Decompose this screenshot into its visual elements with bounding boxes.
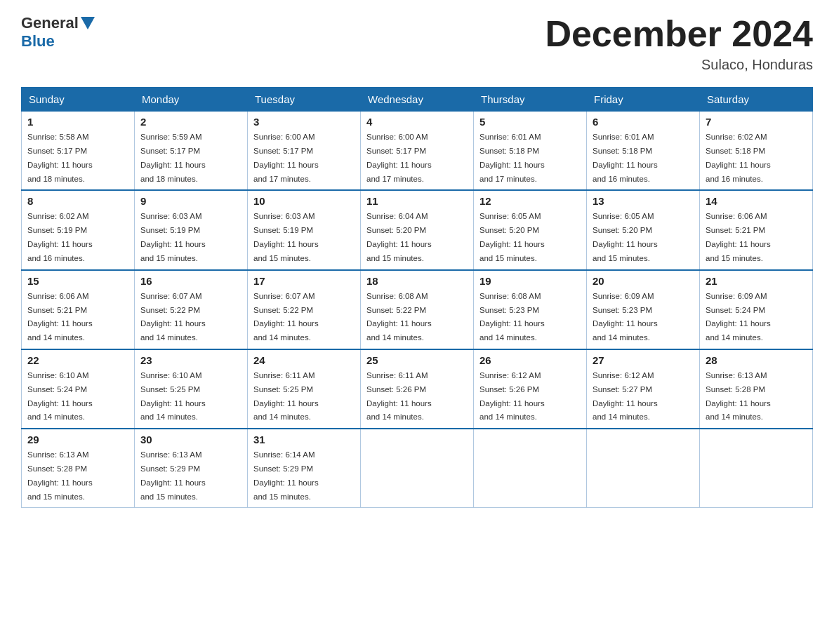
calendar-cell: 2 Sunrise: 5:59 AMSunset: 5:17 PMDayligh… <box>135 112 248 191</box>
day-info: Sunrise: 6:09 AMSunset: 5:23 PMDaylight:… <box>593 292 658 342</box>
calendar-cell: 21 Sunrise: 6:09 AMSunset: 5:24 PMDaylig… <box>700 270 813 349</box>
calendar-cell: 7 Sunrise: 6:02 AMSunset: 5:18 PMDayligh… <box>700 112 813 191</box>
day-info: Sunrise: 5:59 AMSunset: 5:17 PMDaylight:… <box>140 133 206 182</box>
calendar-week-row: 1 Sunrise: 5:58 AMSunset: 5:17 PMDayligh… <box>22 112 813 191</box>
day-number: 3 <box>253 116 355 128</box>
calendar-cell: 13 Sunrise: 6:05 AMSunset: 5:20 PMDaylig… <box>587 190 700 269</box>
day-info: Sunrise: 6:13 AMSunset: 5:28 PMDaylight:… <box>27 450 93 500</box>
logo: General Blue <box>21 14 97 51</box>
calendar-cell: 22 Sunrise: 6:10 AMSunset: 5:24 PMDaylig… <box>22 349 135 429</box>
calendar-week-row: 8 Sunrise: 6:02 AMSunset: 5:19 PMDayligh… <box>22 190 813 269</box>
calendar-cell: 9 Sunrise: 6:03 AMSunset: 5:19 PMDayligh… <box>135 190 248 269</box>
calendar-cell: 25 Sunrise: 6:11 AMSunset: 5:26 PMDaylig… <box>361 349 474 429</box>
calendar-cell: 10 Sunrise: 6:03 AMSunset: 5:19 PMDaylig… <box>248 190 361 269</box>
day-info: Sunrise: 6:12 AMSunset: 5:26 PMDaylight:… <box>479 371 545 421</box>
day-info: Sunrise: 6:04 AMSunset: 5:20 PMDaylight:… <box>366 212 432 262</box>
day-number: 31 <box>253 434 355 445</box>
column-header-monday: Monday <box>135 88 248 112</box>
day-number: 16 <box>140 275 241 287</box>
day-number: 15 <box>27 275 128 287</box>
calendar-cell: 8 Sunrise: 6:02 AMSunset: 5:19 PMDayligh… <box>22 190 135 269</box>
day-info: Sunrise: 6:14 AMSunset: 5:29 PMDaylight:… <box>253 450 319 500</box>
page-header: General Blue December 2024 Sulaco, Hondu… <box>21 14 813 73</box>
day-number: 22 <box>27 354 128 366</box>
logo-blue-text: Blue <box>21 32 55 51</box>
day-info: Sunrise: 5:58 AMSunset: 5:17 PMDaylight:… <box>27 133 93 182</box>
day-info: Sunrise: 6:03 AMSunset: 5:19 PMDaylight:… <box>140 212 206 262</box>
calendar-cell: 14 Sunrise: 6:06 AMSunset: 5:21 PMDaylig… <box>700 190 813 269</box>
month-title: December 2024 <box>545 14 813 54</box>
day-number: 11 <box>366 195 468 207</box>
day-info: Sunrise: 6:01 AMSunset: 5:18 PMDaylight:… <box>593 133 658 182</box>
day-number: 14 <box>706 195 807 207</box>
column-header-sunday: Sunday <box>22 88 135 112</box>
day-number: 6 <box>593 116 694 128</box>
day-number: 24 <box>253 354 355 366</box>
calendar-cell: 26 Sunrise: 6:12 AMSunset: 5:26 PMDaylig… <box>474 349 587 429</box>
day-number: 21 <box>706 275 807 287</box>
day-number: 19 <box>479 275 581 287</box>
day-number: 29 <box>27 434 128 445</box>
calendar-cell: 1 Sunrise: 5:58 AMSunset: 5:17 PMDayligh… <box>22 112 135 191</box>
day-number: 10 <box>253 195 355 207</box>
day-info: Sunrise: 6:13 AMSunset: 5:28 PMDaylight:… <box>706 371 771 421</box>
calendar-table: SundayMondayTuesdayWednesdayThursdayFrid… <box>21 87 813 508</box>
day-info: Sunrise: 6:05 AMSunset: 5:20 PMDaylight:… <box>479 212 545 262</box>
day-number: 13 <box>593 195 694 207</box>
calendar-cell: 3 Sunrise: 6:00 AMSunset: 5:17 PMDayligh… <box>248 112 361 191</box>
calendar-week-row: 22 Sunrise: 6:10 AMSunset: 5:24 PMDaylig… <box>22 349 813 429</box>
day-info: Sunrise: 6:07 AMSunset: 5:22 PMDaylight:… <box>253 292 319 342</box>
day-number: 4 <box>366 116 468 128</box>
calendar-header-row: SundayMondayTuesdayWednesdayThursdayFrid… <box>22 88 813 112</box>
day-info: Sunrise: 6:02 AMSunset: 5:18 PMDaylight:… <box>706 133 771 182</box>
day-number: 9 <box>140 195 241 207</box>
column-header-tuesday: Tuesday <box>248 88 361 112</box>
title-block: December 2024 Sulaco, Honduras <box>545 14 813 73</box>
calendar-cell: 28 Sunrise: 6:13 AMSunset: 5:28 PMDaylig… <box>700 349 813 429</box>
calendar-cell: 24 Sunrise: 6:11 AMSunset: 5:25 PMDaylig… <box>248 349 361 429</box>
calendar-cell <box>474 429 587 508</box>
day-number: 27 <box>593 354 694 366</box>
calendar-cell <box>587 429 700 508</box>
day-info: Sunrise: 6:08 AMSunset: 5:22 PMDaylight:… <box>366 292 432 342</box>
day-info: Sunrise: 6:05 AMSunset: 5:20 PMDaylight:… <box>593 212 658 262</box>
calendar-cell: 15 Sunrise: 6:06 AMSunset: 5:21 PMDaylig… <box>22 270 135 349</box>
calendar-cell <box>361 429 474 508</box>
day-info: Sunrise: 6:13 AMSunset: 5:29 PMDaylight:… <box>140 450 206 500</box>
day-info: Sunrise: 6:09 AMSunset: 5:24 PMDaylight:… <box>706 292 771 342</box>
day-info: Sunrise: 6:02 AMSunset: 5:19 PMDaylight:… <box>27 212 93 262</box>
calendar-cell: 11 Sunrise: 6:04 AMSunset: 5:20 PMDaylig… <box>361 190 474 269</box>
calendar-cell: 30 Sunrise: 6:13 AMSunset: 5:29 PMDaylig… <box>135 429 248 508</box>
day-number: 17 <box>253 275 355 287</box>
calendar-week-row: 15 Sunrise: 6:06 AMSunset: 5:21 PMDaylig… <box>22 270 813 349</box>
day-info: Sunrise: 6:08 AMSunset: 5:23 PMDaylight:… <box>479 292 545 342</box>
day-info: Sunrise: 6:00 AMSunset: 5:17 PMDaylight:… <box>366 133 432 182</box>
day-number: 2 <box>140 116 241 128</box>
day-info: Sunrise: 6:12 AMSunset: 5:27 PMDaylight:… <box>593 371 658 421</box>
day-number: 5 <box>479 116 581 128</box>
day-number: 1 <box>27 116 128 128</box>
logo-text: General <box>21 14 97 32</box>
day-number: 28 <box>706 354 807 366</box>
day-info: Sunrise: 6:00 AMSunset: 5:17 PMDaylight:… <box>253 133 319 182</box>
day-info: Sunrise: 6:03 AMSunset: 5:19 PMDaylight:… <box>253 212 319 262</box>
day-info: Sunrise: 6:06 AMSunset: 5:21 PMDaylight:… <box>27 292 93 342</box>
day-info: Sunrise: 6:10 AMSunset: 5:25 PMDaylight:… <box>140 371 206 421</box>
calendar-cell <box>700 429 813 508</box>
day-number: 8 <box>27 195 128 207</box>
day-info: Sunrise: 6:06 AMSunset: 5:21 PMDaylight:… <box>706 212 771 262</box>
calendar-week-row: 29 Sunrise: 6:13 AMSunset: 5:28 PMDaylig… <box>22 429 813 508</box>
calendar-cell: 20 Sunrise: 6:09 AMSunset: 5:23 PMDaylig… <box>587 270 700 349</box>
day-number: 12 <box>479 195 581 207</box>
logo-general-text: General <box>21 14 79 32</box>
calendar-cell: 18 Sunrise: 6:08 AMSunset: 5:22 PMDaylig… <box>361 270 474 349</box>
calendar-cell: 6 Sunrise: 6:01 AMSunset: 5:18 PMDayligh… <box>587 112 700 191</box>
calendar-cell: 4 Sunrise: 6:00 AMSunset: 5:17 PMDayligh… <box>361 112 474 191</box>
calendar-cell: 29 Sunrise: 6:13 AMSunset: 5:28 PMDaylig… <box>22 429 135 508</box>
calendar-cell: 16 Sunrise: 6:07 AMSunset: 5:22 PMDaylig… <box>135 270 248 349</box>
day-info: Sunrise: 6:07 AMSunset: 5:22 PMDaylight:… <box>140 292 206 342</box>
column-header-wednesday: Wednesday <box>361 88 474 112</box>
calendar-cell: 31 Sunrise: 6:14 AMSunset: 5:29 PMDaylig… <box>248 429 361 508</box>
day-number: 20 <box>593 275 694 287</box>
day-info: Sunrise: 6:10 AMSunset: 5:24 PMDaylight:… <box>27 371 93 421</box>
